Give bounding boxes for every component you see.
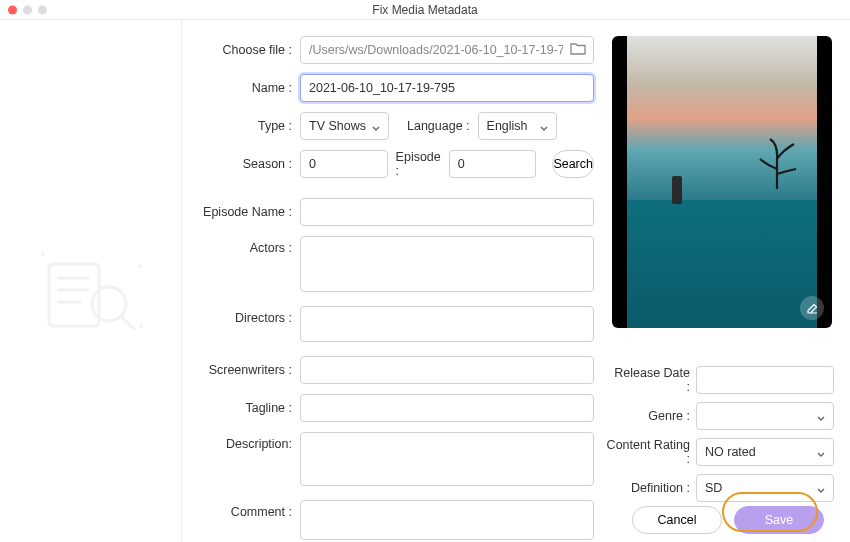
close-window-button[interactable] (8, 5, 17, 14)
release-date-label: Release Date : (612, 366, 690, 394)
directors-input[interactable] (300, 306, 594, 342)
definition-select[interactable]: SD (696, 474, 834, 502)
description-input[interactable] (300, 432, 594, 486)
episode-label: Episode : (396, 150, 441, 178)
season-label: Season : (198, 157, 292, 171)
season-row: Season : Episode : Search (198, 150, 594, 178)
type-lang-row: Type : TV Shows Language : English (198, 112, 594, 140)
choose-file-row: Choose file : (198, 36, 594, 64)
svg-line-5 (121, 316, 135, 330)
save-button[interactable]: Save (734, 506, 824, 534)
minimize-window-button[interactable] (23, 5, 32, 14)
zoom-window-button[interactable] (38, 5, 47, 14)
tagline-row: Tagline : (198, 394, 594, 422)
tagline-input[interactable] (300, 394, 594, 422)
type-select[interactable]: TV Shows (300, 112, 389, 140)
sidebar (0, 20, 182, 542)
window-controls (8, 5, 47, 14)
name-label: Name : (198, 81, 292, 95)
directors-label: Directors : (198, 306, 292, 325)
comment-row: Comment : (198, 500, 594, 542)
chevron-down-icon (540, 122, 548, 130)
comment-label: Comment : (198, 500, 292, 519)
chevron-down-icon (817, 448, 825, 456)
footer-buttons: Cancel Save (632, 506, 824, 534)
window-title: Fix Media Metadata (0, 3, 850, 17)
placeholder-search-icon (0, 246, 181, 336)
episode-input[interactable] (449, 150, 537, 178)
description-label: Description: (198, 432, 292, 451)
edit-icon (806, 302, 819, 315)
chevron-down-icon (817, 412, 825, 420)
comment-input[interactable] (300, 500, 594, 540)
content: Choose file : Name : Type : TV Shows (0, 20, 850, 542)
episode-name-row: Episode Name : (198, 198, 594, 226)
actors-label: Actors : (198, 236, 292, 255)
name-row: Name : (198, 74, 594, 102)
right-form: Release Date : Genre : Content Rating : (612, 366, 834, 502)
type-label: Type : (198, 119, 292, 133)
chevron-down-icon (817, 484, 825, 492)
tree-shape (752, 129, 802, 197)
tagline-label: Tagline : (198, 401, 292, 415)
edit-poster-button[interactable] (800, 296, 824, 320)
svg-rect-0 (49, 264, 99, 326)
chevron-down-icon (372, 122, 380, 130)
release-date-input[interactable] (696, 366, 834, 394)
screenwriters-label: Screenwriters : (198, 363, 292, 377)
description-row: Description: (198, 432, 594, 490)
name-input[interactable] (300, 74, 594, 102)
folder-icon[interactable] (570, 41, 586, 59)
content-rating-select[interactable]: NO rated (696, 438, 834, 466)
titlebar: Fix Media Metadata (0, 0, 850, 20)
form-column: Choose file : Name : Type : TV Shows (198, 36, 594, 542)
actors-input[interactable] (300, 236, 594, 292)
definition-label: Definition : (612, 481, 690, 495)
genre-select[interactable] (696, 402, 834, 430)
screenwriters-row: Screenwriters : (198, 356, 594, 384)
episode-name-input[interactable] (300, 198, 594, 226)
language-label: Language : (407, 119, 470, 133)
directors-row: Directors : (198, 306, 594, 346)
episode-name-label: Episode Name : (198, 205, 292, 219)
main: Choose file : Name : Type : TV Shows (182, 20, 850, 542)
choose-file-label: Choose file : (198, 43, 292, 57)
svg-point-4 (92, 287, 126, 321)
content-rating-label: Content Rating : (600, 438, 690, 466)
season-input[interactable] (300, 150, 388, 178)
actors-row: Actors : (198, 236, 594, 296)
right-column: Release Date : Genre : Content Rating : (612, 36, 834, 542)
search-button[interactable]: Search (552, 150, 594, 178)
language-select[interactable]: English (478, 112, 557, 140)
screenwriters-input[interactable] (300, 356, 594, 384)
genre-label: Genre : (612, 409, 690, 423)
choose-file-input[interactable] (300, 36, 594, 64)
cancel-button[interactable]: Cancel (632, 506, 722, 534)
poster-thumbnail (612, 36, 832, 328)
